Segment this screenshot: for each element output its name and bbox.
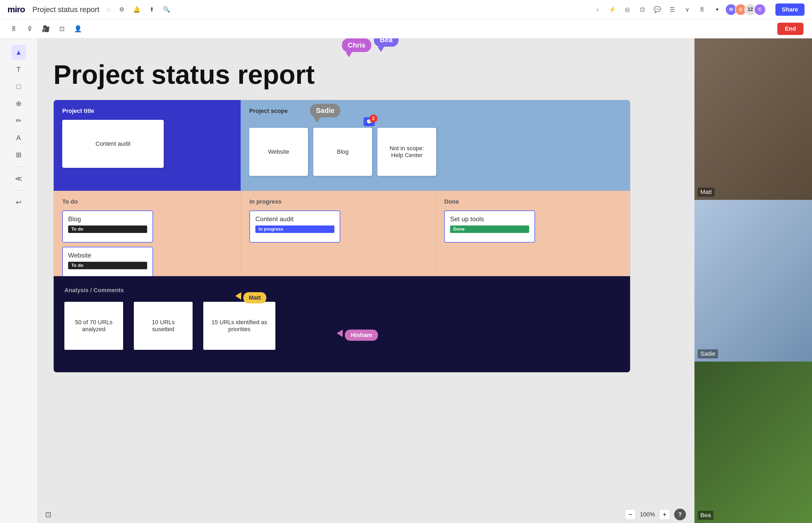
- avatar-group: M S 12 C: [727, 4, 766, 16]
- analysis-label: Analysis / Comments: [64, 287, 619, 294]
- screen-share-icon[interactable]: ⊡: [57, 23, 67, 34]
- sticky-notes-row: 50 of 70 URLs analyzed 10 URLs susetted …: [64, 302, 619, 350]
- video-placeholder-bea: Bea: [694, 362, 812, 523]
- filter-icon[interactable]: 🎚: [697, 5, 707, 14]
- kanban-top-row: Project title Content audit Project scop…: [54, 100, 630, 191]
- board-content: Project status report Chris Bea Project …: [53, 60, 641, 373]
- not-in-scope-card[interactable]: Not in scope: Help Center: [377, 128, 436, 176]
- project-scope-section: Project scope Sadie Website Blog 💬 2: [241, 100, 630, 191]
- chris-cursor-area: Chris: [342, 38, 371, 57]
- shape-tool[interactable]: ⊕: [11, 96, 26, 111]
- person-icon[interactable]: 👤: [73, 23, 83, 34]
- video-panel: Matt Sadie Bea: [694, 38, 812, 523]
- help-button[interactable]: ?: [674, 509, 686, 520]
- undo-icon[interactable]: ↩: [11, 195, 26, 210]
- sadie-cursor-area: Sadie: [310, 104, 340, 123]
- video-placeholder-sadie: Sadie: [694, 200, 812, 361]
- miro-logo: miro: [7, 4, 25, 14]
- screen-icon[interactable]: ⊡: [638, 5, 647, 14]
- cursor-icon[interactable]: ✦: [712, 5, 722, 14]
- comment-badge: 2: [369, 114, 377, 123]
- video-name-sadie: Sadie: [698, 349, 718, 358]
- bea-bubble: Bea: [374, 38, 398, 47]
- kanban-mid-row: To do Blog To do Website To do I: [54, 191, 630, 276]
- content-audit-card[interactable]: Content audit: [62, 120, 164, 168]
- select-tool[interactable]: ▲: [11, 45, 26, 60]
- matt-cursor-area: Matt: [235, 292, 266, 303]
- sticky-2[interactable]: 10 URLs susetted: [134, 302, 193, 350]
- set-up-tools-card[interactable]: Set up tools Done: [444, 211, 535, 242]
- share-upload-icon[interactable]: ⬆: [147, 5, 157, 14]
- timer-icon[interactable]: ◎: [623, 5, 632, 14]
- inprogress-label: In progress: [249, 198, 427, 205]
- star-icon[interactable]: ☆: [106, 6, 111, 13]
- chevron-down-icon[interactable]: ∨: [683, 5, 692, 14]
- website-card[interactable]: Website: [249, 128, 308, 176]
- sticky-tool[interactable]: □: [11, 79, 26, 94]
- notifications-icon[interactable]: 🔔: [132, 5, 142, 14]
- kanban-board: Project title Content audit Project scop…: [53, 100, 630, 373]
- scope-cards: Website Blog 💬 2 Not in scope: Help Cent…: [249, 128, 622, 176]
- website-task-title: Website: [68, 252, 147, 259]
- done-label: Done: [444, 198, 622, 205]
- bea-cursor-area: Bea: [374, 38, 398, 52]
- toolbar-divider: [13, 166, 24, 167]
- marker-tool[interactable]: A: [11, 130, 26, 145]
- project-scope-label: Project scope: [249, 108, 622, 114]
- canvas[interactable]: Project status report Chris Bea Project …: [37, 38, 694, 523]
- project-title-section: Project title Content audit: [54, 100, 241, 191]
- expand-icon[interactable]: ≪: [11, 171, 26, 186]
- done-section: Done Set up tools Done: [436, 191, 630, 276]
- video-name-matt: Matt: [698, 187, 714, 197]
- blog-badge-todo: To do: [68, 226, 147, 233]
- frame-tool[interactable]: ⊞: [11, 147, 26, 162]
- zoom-out-button[interactable]: −: [625, 509, 636, 520]
- chris-cursor: [346, 52, 352, 57]
- end-button[interactable]: End: [777, 23, 804, 35]
- set-up-tools-title: Set up tools: [450, 215, 529, 223]
- sadie-cursor: [314, 118, 320, 123]
- analysis-section: Analysis / Comments Matt Hisham 50 of 70…: [54, 276, 630, 372]
- todo-cards: Blog To do Website To do: [62, 211, 232, 279]
- project-title-label: Project title: [62, 108, 232, 114]
- website-task-card[interactable]: Website To do: [62, 247, 153, 279]
- sadie-bubble: Sadie: [310, 104, 340, 118]
- settings-icon[interactable]: ⚙: [117, 5, 126, 14]
- mic-icon[interactable]: 🎙: [24, 23, 35, 34]
- video-cell-sadie: Sadie: [694, 200, 812, 361]
- matt-cursor-arrow: [235, 292, 241, 300]
- blog-scope-card[interactable]: Blog 💬 2: [313, 128, 372, 176]
- search-icon[interactable]: 🔍: [162, 5, 172, 14]
- sticky-3[interactable]: 15 URLs identified as priorities: [203, 302, 275, 350]
- video-placeholder-matt: Matt: [694, 38, 812, 200]
- blog-task-title: Blog: [68, 215, 147, 223]
- lightning-icon[interactable]: ⚡: [608, 5, 617, 14]
- matt-bubble: Matt: [243, 292, 266, 303]
- menu-icon[interactable]: ☰: [668, 5, 677, 14]
- zoom-level: 100%: [640, 511, 655, 518]
- video-name-bea: Bea: [698, 511, 713, 520]
- video-cell-bea: Bea: [694, 362, 812, 523]
- website-badge-todo: To do: [68, 262, 147, 269]
- chris-bubble: Chris: [342, 38, 371, 52]
- share-button[interactable]: Share: [775, 3, 805, 16]
- hisham-bubble: Hisham: [345, 329, 378, 341]
- avatar-main: C: [754, 4, 766, 16]
- adjust-icon[interactable]: 🎚: [8, 23, 19, 34]
- video-icon[interactable]: 🎥: [40, 23, 51, 34]
- chat-icon[interactable]: 💬: [653, 5, 662, 14]
- bottom-bar: − 100% + ?: [37, 506, 694, 523]
- video-cell-matt: Matt: [694, 38, 812, 200]
- inprogress-section: In progress Content audit In progress: [241, 191, 436, 276]
- left-toolbar: ▲ T □ ⊕ ✏ A ⊞ ≪ ↩: [0, 38, 37, 523]
- zoom-in-button[interactable]: +: [659, 509, 670, 520]
- text-tool[interactable]: T: [11, 62, 26, 77]
- content-audit-task-card[interactable]: Content audit In progress: [249, 211, 340, 242]
- hisham-cursor-arrow: [337, 329, 343, 337]
- blog-task-card[interactable]: Blog To do: [62, 211, 153, 242]
- pen-tool[interactable]: ✏: [11, 113, 26, 128]
- back-icon[interactable]: ‹: [593, 5, 602, 14]
- sticky-1[interactable]: 50 of 70 URLs analyzed: [64, 302, 123, 350]
- todo-label: To do: [62, 198, 232, 205]
- content-audit-badge: In progress: [255, 226, 334, 233]
